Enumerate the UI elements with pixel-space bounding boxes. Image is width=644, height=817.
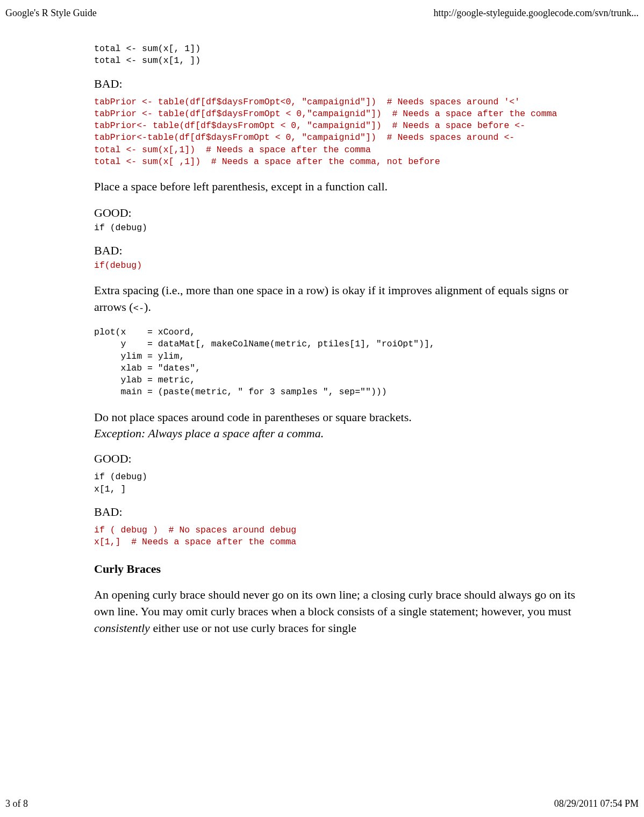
code-bad-1: tabPrior <- table(df[df$daysFromOpt<0, "… (94, 96, 589, 168)
paragraph-no-space-brackets: Do not place spaces around code in paren… (94, 409, 589, 443)
code-bad-4: if ( debug ) # No spaces around debug x[… (94, 524, 589, 549)
label-bad-2: BAD: (94, 244, 589, 258)
arrow-inline-code: <- (133, 303, 144, 314)
header-url: http://google-styleguide.googlecode.com/… (434, 8, 639, 19)
footer-timestamp: 08/29/2011 07:54 PM (554, 798, 639, 809)
para-3-exception: Exception: Always place a space after a … (94, 427, 324, 440)
paragraph-extra-spacing: Extra spacing (i.e., more than one space… (94, 282, 589, 316)
label-bad-4: BAD: (94, 505, 589, 519)
page: Google's R Style Guide http://google-sty… (0, 0, 644, 817)
label-good-2: GOOD: (94, 206, 589, 220)
paragraph-curly-braces: An opening curly brace should never go o… (94, 587, 589, 636)
code-good-4: if (debug) x[1, ] (94, 471, 589, 495)
para-4-text-b: either use or not use curly braces for s… (150, 621, 356, 635)
para-4-consistently: consistently (94, 621, 150, 635)
para-2-text-b: ). (144, 300, 151, 314)
code-good-top: total <- sum(x[, 1]) total <- sum(x[1, ]… (94, 43, 589, 67)
para-4-text-a: An opening curly brace should never go o… (94, 588, 575, 618)
label-good-4: GOOD: (94, 452, 589, 466)
label-bad-1: BAD: (94, 77, 589, 91)
header-title: Google's R Style Guide (5, 8, 97, 19)
code-good-2: if (debug) (94, 222, 589, 234)
paragraph-paren-space: Place a space before left parenthesis, e… (94, 179, 589, 195)
code-plot-block: plot(x = xCoord, y = dataMat[, makeColNa… (94, 326, 589, 399)
code-bad-2: if(debug) (94, 260, 589, 272)
section-curly-braces: Curly Braces (94, 562, 589, 576)
para-2-text-a: Extra spacing (i.e., more than one space… (94, 283, 568, 314)
footer-page-number: 3 of 8 (5, 798, 28, 809)
para-3-line1: Do not place spaces around code in paren… (94, 410, 412, 424)
content-area: total <- sum(x[, 1]) total <- sum(x[1, ]… (94, 38, 589, 648)
